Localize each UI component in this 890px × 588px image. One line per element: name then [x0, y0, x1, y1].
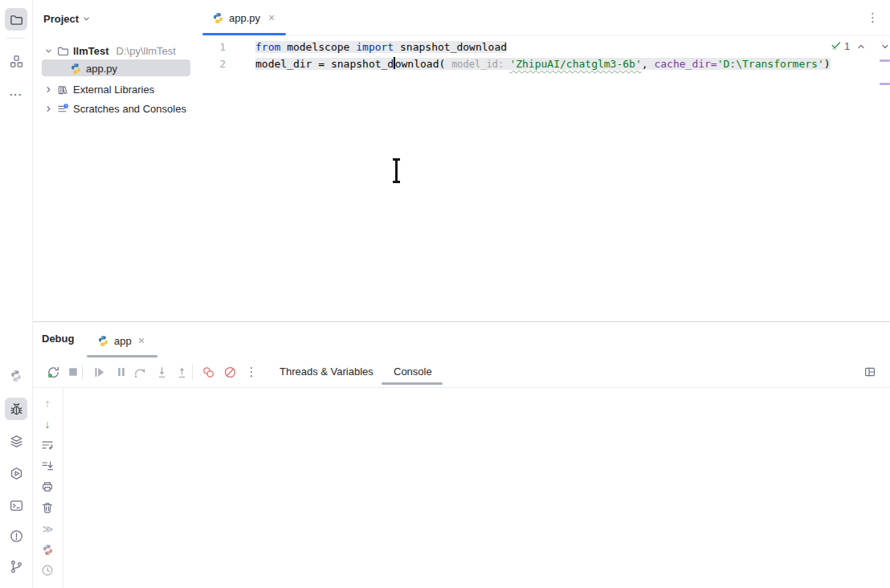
problems-icon	[10, 529, 23, 543]
mute-breakpoints-button[interactable]	[219, 361, 240, 382]
code-line-1[interactable]: from modelscope import snapshot_download	[255, 39, 507, 55]
code-token: ownload(	[395, 58, 451, 70]
editor-pane: app.py × ⋮ 1 2 from modelscope import sn…	[201, 0, 890, 321]
up-arrow-icon: ↑	[45, 397, 51, 410]
tree-item-scratches[interactable]: Scratches and Consoles	[44, 100, 186, 117]
line-number-1[interactable]: 1	[201, 39, 226, 55]
resume-button[interactable]	[88, 361, 109, 382]
folder-icon	[10, 13, 23, 27]
more-dots-icon: ···	[10, 88, 22, 100]
chevron-right-icon[interactable]	[44, 85, 53, 94]
code-token: modelscope	[280, 41, 356, 53]
command-queue-button[interactable]	[37, 540, 58, 559]
down-arrow-icon: ↓	[45, 418, 51, 431]
debug-session-tab-app[interactable]: app ×	[89, 329, 153, 353]
scrollbar-change-marker[interactable]	[880, 59, 890, 62]
debug-tool-button[interactable]	[5, 398, 27, 420]
console-toolbar-column: ↑ ↓ ≫	[33, 388, 63, 588]
tree-item-label: External Libraries	[73, 84, 154, 96]
double-chevron-icon: ≫	[43, 523, 53, 535]
up-the-stack-trace-button[interactable]: ↑	[37, 394, 58, 413]
packages-tool-button[interactable]	[5, 430, 27, 452]
next-problem-button[interactable]	[880, 42, 890, 51]
soft-wrap-button[interactable]	[37, 435, 58, 455]
history-button[interactable]	[37, 561, 58, 580]
code-line-2[interactable]: model_dir = snapshot_download( model_id:…	[255, 55, 831, 73]
stop-button[interactable]	[63, 361, 84, 382]
inspections-count: 1	[844, 40, 850, 52]
editor-more-options-button[interactable]: ⋮	[867, 10, 879, 25]
step-out-button[interactable]	[171, 361, 192, 382]
debug-panel-title: Debug	[42, 333, 74, 345]
code-token: ,	[642, 58, 655, 70]
view-breakpoints-button[interactable]	[198, 361, 218, 382]
editor-tab-app-py[interactable]: app.py ×	[204, 5, 283, 31]
python-console-icon	[10, 370, 22, 382]
layers-icon	[10, 435, 23, 448]
tab-threads-variables[interactable]: Threads & Variables	[280, 357, 374, 385]
scratches-icon	[57, 103, 69, 115]
layout-settings-button[interactable]	[859, 361, 880, 382]
editor-tab-label: app.py	[229, 12, 260, 24]
clear-all-button[interactable]	[37, 498, 58, 517]
library-icon	[57, 84, 69, 96]
toolbar-separator	[192, 365, 193, 379]
python-file-icon	[212, 12, 224, 24]
toolbar-separator	[82, 365, 83, 379]
terminal-tool-button[interactable]	[5, 494, 27, 517]
pycharm-window: ···	[0, 0, 890, 588]
chevron-right-icon[interactable]	[44, 104, 53, 113]
close-icon[interactable]: ×	[138, 334, 145, 347]
step-over-button[interactable]	[129, 361, 150, 382]
scrollbar-change-marker[interactable]	[880, 83, 890, 85]
left-tool-stripe: ···	[0, 0, 33, 588]
more-tool-windows-button[interactable]: ···	[5, 83, 27, 105]
tree-item-external-libraries[interactable]: External Libraries	[44, 80, 154, 98]
tab-label: Threads & Variables	[280, 365, 374, 378]
project-panel-header[interactable]: Project	[43, 13, 91, 25]
debug-panel-header: Debug app ×	[33, 322, 890, 357]
code-token: from	[255, 41, 280, 53]
parameter-hint: model_id:	[451, 59, 509, 70]
code-token: cache_dir=	[654, 58, 716, 70]
problems-tool-button[interactable]	[5, 525, 27, 547]
inspections-ok-indicator[interactable]: 1	[831, 39, 850, 53]
down-the-stack-trace-button[interactable]: ↓	[37, 414, 58, 434]
code-token: import	[356, 41, 394, 53]
toolbar-more-button[interactable]: ⋮	[241, 361, 262, 382]
code-token: model_dir = snapshot_d	[255, 58, 394, 70]
python-console-tool-button[interactable]	[5, 365, 27, 387]
debug-toolbar: ⋮ Threads & Variables Console	[33, 357, 890, 388]
print-button[interactable]	[37, 477, 58, 496]
structure-tool-button[interactable]	[5, 50, 27, 72]
step-into-button[interactable]	[151, 361, 172, 382]
chevron-down-icon	[82, 14, 91, 23]
folder-icon	[57, 45, 69, 57]
console-output-area[interactable]	[63, 388, 890, 588]
debug-panel: Debug app ×	[33, 321, 890, 588]
terminal-icon	[10, 499, 23, 512]
tab-console[interactable]: Console	[394, 357, 432, 385]
active-tab-underline	[202, 33, 286, 35]
inspections-widget: 1	[831, 39, 890, 53]
tree-item-label: Scratches and Consoles	[73, 103, 186, 115]
previous-problem-button[interactable]	[856, 42, 866, 51]
rerun-button[interactable]	[43, 361, 63, 382]
tree-item-label: app.py	[86, 63, 117, 75]
scroll-to-end-button[interactable]	[37, 456, 58, 476]
line-number-2[interactable]: 2	[201, 55, 226, 72]
debug-panel-body: ↑ ↓ ≫	[33, 388, 890, 588]
project-tool-button[interactable]	[5, 8, 27, 31]
close-icon[interactable]: ×	[268, 11, 275, 24]
debug-tab-label: app	[114, 335, 132, 347]
version-control-tool-button[interactable]	[5, 555, 27, 578]
chevron-down-icon[interactable]	[44, 47, 53, 55]
code-token: 'ZhipuAI/chatglm3-6b'	[509, 58, 641, 70]
more-vertical-icon: ⋮	[246, 365, 258, 379]
tree-item-app-py[interactable]: app.py	[70, 59, 117, 77]
show-python-prompt-button[interactable]: ≫	[37, 519, 58, 538]
tree-item-project-root[interactable]: llmTest D:\py\llmTest	[44, 42, 176, 59]
code-token: snapshot_download	[394, 41, 507, 53]
services-tool-button[interactable]	[5, 462, 27, 484]
tab-label: Console	[394, 365, 432, 378]
